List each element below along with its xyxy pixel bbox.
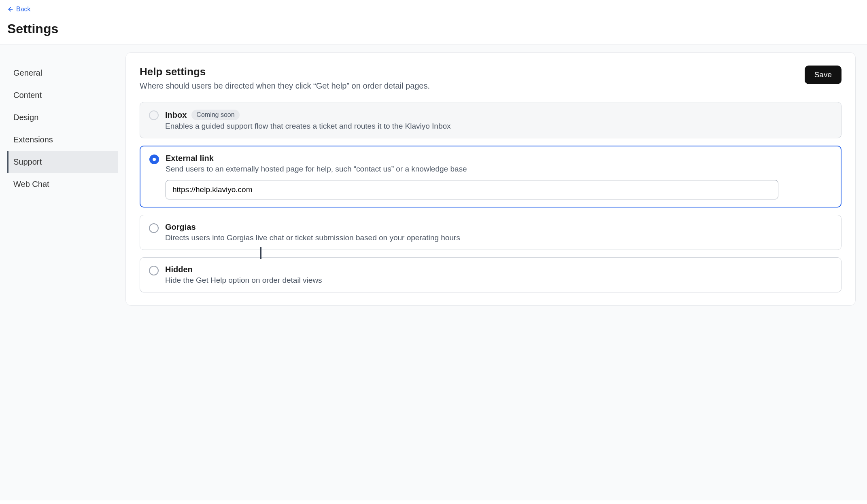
option-inbox: Inbox Coming soon Enables a guided suppo… xyxy=(140,102,842,138)
settings-card: Help settings Where should users be dire… xyxy=(125,52,856,306)
panel-title: Help settings xyxy=(140,66,430,78)
sidebar-item-design[interactable]: Design xyxy=(7,106,118,129)
text-cursor-icon xyxy=(260,247,261,259)
option-hidden-desc: Hide the Get Help option on order detail… xyxy=(165,276,832,285)
option-gorgias-desc: Directs users into Gorgias live chat or … xyxy=(165,233,832,242)
panel-subtitle: Where should users be directed when they… xyxy=(140,81,430,91)
sidebar-item-extensions[interactable]: Extensions xyxy=(7,129,118,151)
radio-hidden[interactable] xyxy=(149,266,159,275)
radio-external-link[interactable] xyxy=(149,155,159,164)
option-inbox-title: Inbox xyxy=(165,110,187,120)
option-gorgias-title: Gorgias xyxy=(165,222,196,232)
option-gorgias[interactable]: Gorgias Directs users into Gorgias live … xyxy=(140,215,842,250)
arrow-left-icon xyxy=(7,6,14,13)
radio-inbox xyxy=(149,110,159,120)
sidebar-item-general[interactable]: General xyxy=(7,62,118,84)
sidebar-item-support[interactable]: Support xyxy=(7,151,118,173)
save-button[interactable]: Save xyxy=(805,66,842,84)
option-external-title: External link xyxy=(166,154,214,163)
back-link[interactable]: Back xyxy=(7,6,31,13)
option-hidden[interactable]: Hidden Hide the Get Help option on order… xyxy=(140,257,842,292)
radio-gorgias[interactable] xyxy=(149,223,159,233)
external-url-input[interactable] xyxy=(166,180,778,199)
back-label: Back xyxy=(16,6,31,13)
sidebar-item-content[interactable]: Content xyxy=(7,84,118,106)
sidebar-item-web-chat[interactable]: Web Chat xyxy=(7,173,118,195)
option-external-link[interactable]: External link Send users to an externall… xyxy=(140,146,842,208)
option-inbox-desc: Enables a guided support flow that creat… xyxy=(165,122,832,131)
option-hidden-title: Hidden xyxy=(165,265,193,274)
option-external-desc: Send users to an externally hosted page … xyxy=(166,165,832,174)
badge-coming-soon: Coming soon xyxy=(191,110,239,120)
sidebar: General Content Design Extensions Suppor… xyxy=(0,45,125,500)
page-title: Settings xyxy=(0,14,867,44)
